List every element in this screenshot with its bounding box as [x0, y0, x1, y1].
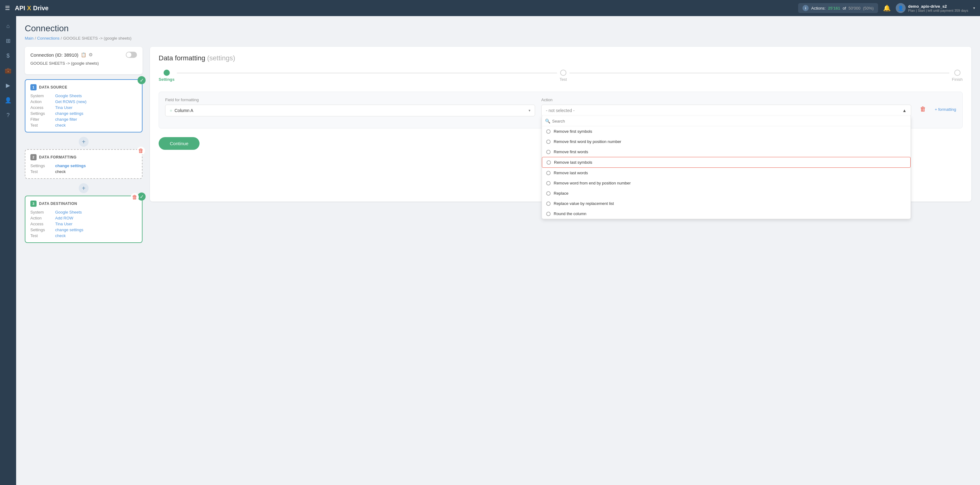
data-source-header: 1 DATA SOURCE [30, 84, 137, 90]
dropdown-item-4[interactable]: Remove last words [542, 168, 911, 178]
step-finish-circle [954, 70, 961, 76]
test-value[interactable]: check [55, 123, 137, 127]
breadcrumb-main[interactable]: Main [25, 36, 33, 41]
continue-button[interactable]: Continue [159, 137, 199, 150]
dropdown-item-1[interactable]: Remove first word by position number [542, 136, 911, 147]
action-group: Action - not selected - ▲ 🔍 [541, 98, 911, 116]
sidebar-item-billing[interactable]: $ [2, 49, 14, 62]
dropdown-label-7: Replace value by replacement list [554, 201, 614, 206]
delete-row-icon[interactable]: 🗑 [917, 103, 929, 115]
radio-5 [546, 181, 550, 185]
radio-6 [546, 191, 550, 196]
dest-test-value[interactable]: check [55, 233, 137, 238]
step-settings: Settings [159, 70, 175, 82]
radio-7 [546, 201, 550, 206]
data-formatting-box: 🗑 2 DATA FORMATTING Settings change sett… [25, 149, 143, 179]
breadcrumb-sep1: / [35, 36, 36, 41]
user-menu-chevron[interactable]: ▾ [973, 6, 975, 10]
dropdown-item-7[interactable]: Replace value by replacement list [542, 198, 911, 209]
dropdown-search-box: 🔍 [542, 116, 911, 126]
dest-settings-value[interactable]: change settings [55, 228, 137, 232]
formatting-settings-label: Settings [30, 163, 55, 168]
sidebar-item-home[interactable]: ⌂ [2, 20, 14, 32]
avatar: 👤 [896, 3, 906, 13]
bell-icon[interactable]: 🔔 [883, 4, 891, 12]
system-label: System [30, 94, 55, 98]
actions-pct: (50%) [863, 6, 874, 11]
dropdown-label-8: Round the column [554, 211, 587, 216]
connection-card-header: Connection (ID: 38910) 📋 ⚙ [30, 52, 137, 58]
access-value[interactable]: Tina User [55, 105, 137, 110]
dest-system-value[interactable]: Google Sheets [55, 210, 137, 214]
step-test: Test [560, 70, 567, 82]
panel-title-text: Data formatting [159, 54, 205, 62]
dest-action-label: Action [30, 216, 55, 220]
toggle-switch[interactable] [126, 52, 137, 58]
info-icon: i [802, 5, 809, 11]
dest-settings-label: Settings [30, 228, 55, 232]
formatting-test-value: check [55, 169, 137, 174]
plan-info: Plan | Start | left until payment 359 da… [908, 9, 968, 13]
sidebar-item-play[interactable]: ▶ [2, 79, 14, 92]
data-destination-num: 3 [30, 201, 37, 207]
system-value[interactable]: Google Sheets [55, 94, 137, 98]
search-input[interactable] [552, 119, 907, 124]
dropdown-label-1: Remove first word by position number [554, 139, 621, 144]
dropdown-item-8[interactable]: Round the column [542, 209, 911, 219]
gear-icon[interactable]: ⚙ [89, 52, 93, 57]
search-icon: 🔍 [545, 119, 550, 124]
topnav: ☰ APIXDrive i Actions: 25'161 of 50'000 … [0, 0, 980, 16]
settings-label: Settings [30, 111, 55, 116]
right-panel: Data formatting (settings) Settings Test… [150, 47, 971, 201]
sidebar-item-help[interactable]: ? [2, 109, 14, 121]
dest-action-value[interactable]: Add ROW [55, 216, 137, 220]
actions-label: Actions: [811, 6, 826, 11]
sidebar-item-connections[interactable]: ⊞ [2, 35, 14, 47]
add-formatting-link[interactable]: + formatting [935, 107, 956, 112]
copy-icon[interactable]: 📋 [81, 52, 86, 57]
data-destination-label: DATA DESTINATION [39, 201, 77, 206]
data-formatting-delete[interactable]: 🗑 [137, 147, 145, 155]
settings-value[interactable]: change settings [55, 111, 137, 116]
actions-of: of [843, 6, 846, 11]
data-destination-delete[interactable]: 🗑 [131, 193, 139, 201]
main-content: Connection Main / Connections / GOOGLE S… [16, 16, 980, 485]
action-value[interactable]: Get ROWS (new) [55, 99, 137, 104]
field-select[interactable]: ○ Column A ▾ [165, 105, 535, 116]
field-group: Field for formatting ○ Column A ▾ [165, 98, 535, 116]
dropdown-item-0[interactable]: Remove first symbols [542, 126, 911, 136]
action-label: Action [30, 99, 55, 104]
page-title: Connection [25, 24, 971, 33]
dropdown-item-2[interactable]: Remove first words [542, 147, 911, 157]
add-button-1[interactable]: + [79, 137, 89, 147]
add-button-2[interactable]: + [79, 183, 89, 193]
breadcrumb-connections[interactable]: Connections [37, 36, 59, 41]
sidebar-item-briefcase[interactable]: 💼 [2, 64, 14, 77]
filter-value[interactable]: change filter [55, 117, 137, 122]
dropdown-label-0: Remove first symbols [554, 129, 592, 134]
user-menu[interactable]: 👤 demo_apix-drive_s2 Plan | Start | left… [896, 3, 968, 13]
connection-title-text: Connection (ID: 38910) [30, 52, 78, 57]
logo-drive: Drive [33, 5, 49, 12]
dropdown-item-5[interactable]: Remove word from end by position number [542, 178, 911, 188]
step-line-2 [570, 73, 950, 73]
formatting-settings-value[interactable]: change settings [55, 163, 137, 168]
dropdown-label-2: Remove first words [554, 149, 588, 154]
data-formatting-grid: Settings change settings Test check [30, 163, 137, 174]
steps: Settings Test Finish [159, 70, 963, 82]
step-test-label: Test [560, 77, 567, 82]
radio-2 [546, 150, 550, 154]
logo-api: API [15, 5, 25, 12]
hamburger-icon[interactable]: ☰ [5, 5, 10, 11]
dest-access-value[interactable]: Tina User [55, 222, 137, 226]
form-row: Field for formatting ○ Column A ▾ Action [165, 98, 956, 116]
panel-title-settings-parens: (settings) [207, 54, 235, 62]
filter-label: Filter [30, 117, 55, 122]
data-formatting-label: DATA FORMATTING [39, 155, 76, 159]
data-source-check-badge: ✓ [138, 76, 146, 84]
dropdown-item-3[interactable]: Remove last symbols [542, 157, 911, 168]
action-select[interactable]: - not selected - ▲ 🔍 [541, 105, 911, 116]
step-settings-label: Settings [159, 77, 175, 82]
dropdown-item-6[interactable]: Replace [542, 188, 911, 198]
sidebar-item-user[interactable]: 👤 [2, 94, 14, 106]
